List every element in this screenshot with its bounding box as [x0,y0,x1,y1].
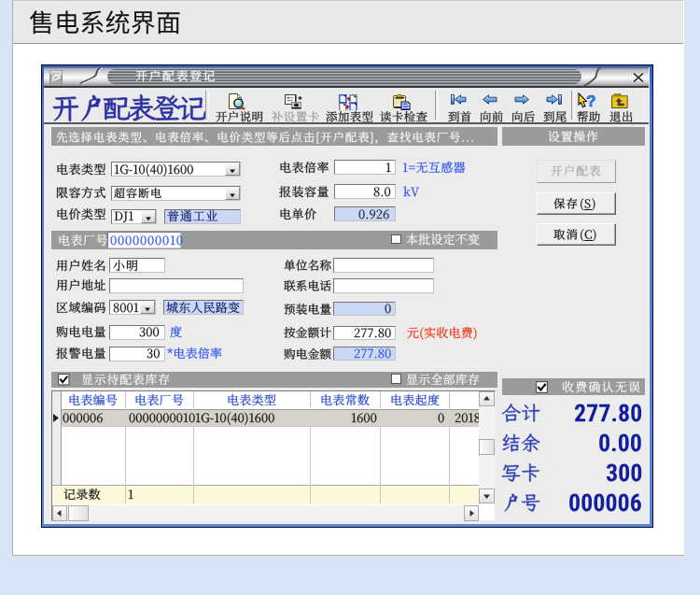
svg-text:?: ? [586,92,595,110]
